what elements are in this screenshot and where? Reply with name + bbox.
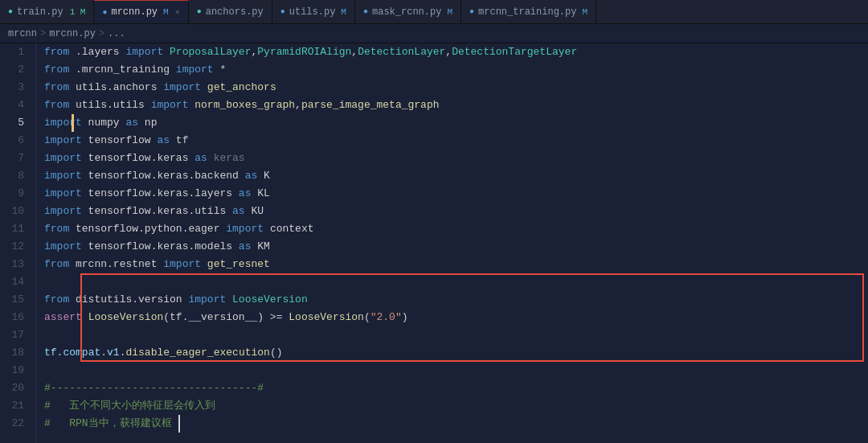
- tab-label-utils: utils.py: [289, 6, 336, 18]
- breadcrumb-part-1: mrcnn: [8, 28, 37, 39]
- tab-badge-mrcnn: M: [163, 7, 169, 17]
- editor: 1 2 3 4 5 6 7 8 9 10 11 12 13 14 15 16 1…: [0, 43, 868, 443]
- code-line-5: import numpy as np: [44, 114, 868, 132]
- line-num-1: 1: [0, 43, 29, 61]
- code-line-18: tf . compat . v1 . disable_eager_executi…: [44, 344, 868, 362]
- breadcrumb-part-2[interactable]: mrcnn.py: [49, 28, 96, 39]
- tab-mrcnn-training[interactable]: ● mrcnn_training.py M: [461, 0, 596, 24]
- code-line-3: from utils.anchors import get_anchors: [44, 79, 868, 96]
- line-num-20: 20: [0, 379, 29, 397]
- line-num-18: 18: [0, 344, 29, 362]
- line-num-19: 19: [0, 362, 29, 379]
- tab-badge-mrcnn-training: M: [582, 7, 588, 17]
- tab-badge-train: 1 M: [70, 7, 86, 17]
- code-line-10: import tensorflow.keras.utils as KU: [44, 203, 868, 220]
- tab-dot-utils: ●: [280, 7, 285, 16]
- line-marker-5: [72, 114, 74, 132]
- breadcrumb-sep-2: >: [99, 28, 104, 39]
- tab-dot-anchors: ●: [197, 7, 202, 16]
- line-num-5: 5: [0, 114, 29, 132]
- line-num-7: 7: [0, 150, 29, 167]
- line-numbers: 1 2 3 4 5 6 7 8 9 10 11 12 13 14 15 16 1…: [0, 43, 36, 443]
- code-line-4: from utils.utils import norm_boxes_graph…: [44, 96, 868, 114]
- line-num-21: 21: [0, 397, 29, 415]
- tab-dot-mrcnn-training: ●: [469, 7, 474, 16]
- code-line-19: [44, 362, 868, 379]
- code-area[interactable]: from .layers import ProposalLayer,Pyrami…: [36, 43, 868, 443]
- line-num-8: 8: [0, 167, 29, 185]
- code-line-7: import tensorflow.keras as keras: [44, 150, 868, 167]
- tab-badge-mask-rcnn: M: [447, 7, 452, 17]
- tab-train[interactable]: ● train.py 1 M: [0, 0, 94, 24]
- line-num-14: 14: [0, 273, 29, 291]
- code-line-1: from .layers import ProposalLayer,Pyrami…: [44, 43, 868, 61]
- code-line-22: # RPN当中，获得建议框: [44, 415, 868, 433]
- code-line-14: [44, 273, 868, 291]
- line-num-4: 4: [0, 96, 29, 114]
- tab-badge-utils: M: [341, 7, 346, 17]
- tab-dot-mask-rcnn: ●: [363, 7, 368, 16]
- code-line-2: from .mrcnn_training import *: [44, 61, 868, 79]
- line-num-6: 6: [0, 132, 29, 150]
- tab-label-mask-rcnn: mask_rcnn.py: [372, 6, 441, 18]
- tab-label-train: train.py: [17, 6, 63, 18]
- line-num-22: 22: [0, 415, 29, 433]
- code-line-8: import tensorflow.keras.backend as K: [44, 167, 868, 185]
- kw-from-1: from: [44, 43, 69, 61]
- line-num-12: 12: [0, 238, 29, 256]
- code-line-11: from tensorflow.python.eager import cont…: [44, 220, 868, 238]
- line-num-3: 3: [0, 79, 29, 96]
- kw-import-1: import: [125, 43, 163, 61]
- tab-dot-train: ●: [8, 7, 13, 16]
- line-num-9: 9: [0, 185, 29, 203]
- line-num-15: 15: [0, 291, 29, 309]
- code-line-6: import tensorflow as tf: [44, 132, 868, 150]
- tab-anchors[interactable]: ● anchors.py: [189, 0, 272, 24]
- tab-label-anchors: anchors.py: [206, 6, 264, 18]
- tab-utils[interactable]: ● utils.py M: [272, 0, 355, 24]
- breadcrumb-part-3: ...: [108, 28, 125, 39]
- code-line-21: # 五个不同大小的特征层会传入到: [44, 397, 868, 415]
- line-num-2: 2: [0, 61, 29, 79]
- code-line-13: from mrcnn.restnet import get_resnet: [44, 256, 868, 273]
- code-line-20: #---------------------------------#: [44, 379, 868, 397]
- code-line-9: import tensorflow.keras.layers as KL: [44, 185, 868, 203]
- tab-mask-rcnn[interactable]: ● mask_rcnn.py M: [355, 0, 461, 24]
- tab-bar: ● train.py 1 M ● mrcnn.py M ✕ ● anchors.…: [0, 0, 868, 24]
- line-num-11: 11: [0, 220, 29, 238]
- line-num-16: 16: [0, 309, 29, 326]
- tab-label-mrcnn-training: mrcnn_training.py: [478, 6, 576, 18]
- tab-close-mrcnn[interactable]: ✕: [175, 7, 180, 17]
- tab-dot-mrcnn: ●: [102, 8, 107, 17]
- code-line-12: import tensorflow.keras.models as KM: [44, 238, 868, 256]
- line-num-13: 13: [0, 256, 29, 273]
- breadcrumb-sep-1: >: [40, 28, 46, 39]
- line-num-10: 10: [0, 203, 29, 220]
- tab-mrcnn[interactable]: ● mrcnn.py M ✕: [94, 0, 188, 24]
- breadcrumb: mrcnn > mrcnn.py > ...: [0, 24, 868, 43]
- code-line-15: from distutils.version import LooseVersi…: [44, 291, 868, 309]
- code-line-17: [44, 326, 868, 344]
- code-line-16: assert LooseVersion (tf.__version__) >= …: [44, 309, 868, 326]
- tab-label-mrcnn: mrcnn.py: [111, 6, 158, 18]
- line-num-17: 17: [0, 326, 29, 344]
